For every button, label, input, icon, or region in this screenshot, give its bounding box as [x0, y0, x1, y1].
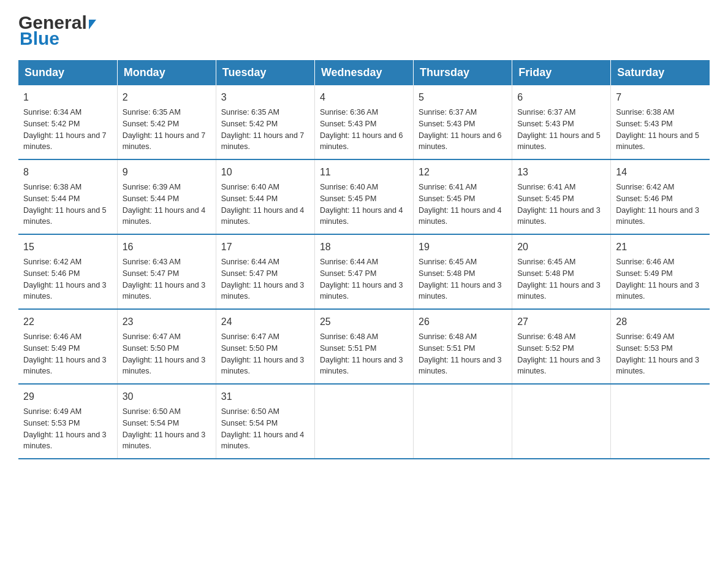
- week-row-3: 15Sunrise: 6:42 AMSunset: 5:46 PMDayligh…: [18, 234, 710, 309]
- sunrise-label: Sunrise: 6:37 AMSunset: 5:43 PMDaylight:…: [517, 108, 601, 151]
- day-number: 4: [320, 90, 408, 105]
- day-number: 9: [123, 165, 211, 180]
- header-tuesday: Tuesday: [216, 60, 314, 85]
- day-number: 13: [517, 165, 605, 180]
- calendar-cell-w1-d7: 7Sunrise: 6:38 AMSunset: 5:43 PMDaylight…: [611, 85, 710, 159]
- day-number: 21: [616, 240, 705, 255]
- calendar-cell-w1-d1: 1Sunrise: 6:34 AMSunset: 5:42 PMDaylight…: [18, 85, 117, 159]
- calendar-cell-w4-d2: 23Sunrise: 6:47 AMSunset: 5:50 PMDayligh…: [117, 309, 216, 384]
- week-row-4: 22Sunrise: 6:46 AMSunset: 5:49 PMDayligh…: [18, 309, 710, 384]
- week-row-5: 29Sunrise: 6:49 AMSunset: 5:53 PMDayligh…: [18, 384, 710, 459]
- header-monday: Monday: [117, 60, 216, 85]
- sunrise-label: Sunrise: 6:35 AMSunset: 5:42 PMDaylight:…: [221, 108, 305, 151]
- calendar-cell-w5-d3: 31Sunrise: 6:50 AMSunset: 5:54 PMDayligh…: [216, 384, 314, 459]
- calendar-header-row: SundayMondayTuesdayWednesdayThursdayFrid…: [18, 60, 710, 85]
- sunrise-label: Sunrise: 6:49 AMSunset: 5:53 PMDaylight:…: [23, 407, 107, 450]
- calendar-cell-w5-d5: [414, 384, 512, 459]
- day-number: 24: [221, 315, 309, 329]
- calendar-table: SundayMondayTuesdayWednesdayThursdayFrid…: [18, 60, 710, 459]
- day-number: 11: [320, 165, 408, 180]
- day-number: 12: [419, 165, 507, 180]
- sunrise-label: Sunrise: 6:36 AMSunset: 5:43 PMDaylight:…: [320, 108, 403, 151]
- week-row-1: 1Sunrise: 6:34 AMSunset: 5:42 PMDaylight…: [18, 85, 710, 159]
- sunrise-label: Sunrise: 6:47 AMSunset: 5:50 PMDaylight:…: [221, 332, 305, 375]
- day-number: 27: [517, 315, 605, 329]
- calendar-cell-w5-d6: [512, 384, 611, 459]
- calendar-cell-w3-d1: 15Sunrise: 6:42 AMSunset: 5:46 PMDayligh…: [18, 234, 117, 309]
- calendar-cell-w2-d2: 9Sunrise: 6:39 AMSunset: 5:44 PMDaylight…: [117, 159, 216, 234]
- sunrise-label: Sunrise: 6:42 AMSunset: 5:46 PMDaylight:…: [616, 183, 699, 226]
- sunrise-label: Sunrise: 6:45 AMSunset: 5:48 PMDaylight:…: [517, 258, 601, 301]
- day-number: 3: [221, 90, 309, 105]
- day-number: 18: [320, 240, 408, 255]
- calendar-cell-w4-d1: 22Sunrise: 6:46 AMSunset: 5:49 PMDayligh…: [18, 309, 117, 384]
- sunrise-label: Sunrise: 6:48 AMSunset: 5:52 PMDaylight:…: [517, 332, 601, 375]
- day-number: 22: [23, 315, 112, 329]
- logo-blue-text: Blue: [20, 28, 59, 49]
- header-saturday: Saturday: [611, 60, 710, 85]
- sunrise-label: Sunrise: 6:48 AMSunset: 5:51 PMDaylight:…: [419, 332, 502, 375]
- day-number: 15: [23, 240, 112, 255]
- day-number: 2: [123, 90, 211, 105]
- calendar-cell-w1-d4: 4Sunrise: 6:36 AMSunset: 5:43 PMDaylight…: [314, 85, 413, 159]
- calendar-cell-w2-d6: 13Sunrise: 6:41 AMSunset: 5:45 PMDayligh…: [512, 159, 611, 234]
- day-number: 26: [419, 315, 507, 329]
- sunrise-label: Sunrise: 6:35 AMSunset: 5:42 PMDaylight:…: [123, 108, 206, 151]
- day-number: 28: [616, 315, 705, 329]
- calendar-cell-w5-d2: 30Sunrise: 6:50 AMSunset: 5:54 PMDayligh…: [117, 384, 216, 459]
- sunrise-label: Sunrise: 6:45 AMSunset: 5:48 PMDaylight:…: [419, 258, 502, 301]
- sunrise-label: Sunrise: 6:37 AMSunset: 5:43 PMDaylight:…: [419, 108, 502, 151]
- sunrise-label: Sunrise: 6:38 AMSunset: 5:43 PMDaylight:…: [616, 108, 699, 151]
- sunrise-label: Sunrise: 6:48 AMSunset: 5:51 PMDaylight:…: [320, 332, 403, 375]
- header-wednesday: Wednesday: [314, 60, 413, 85]
- sunrise-label: Sunrise: 6:34 AMSunset: 5:42 PMDaylight:…: [23, 108, 107, 151]
- day-number: 30: [123, 389, 211, 404]
- sunrise-label: Sunrise: 6:50 AMSunset: 5:54 PMDaylight:…: [123, 407, 206, 450]
- sunrise-label: Sunrise: 6:38 AMSunset: 5:44 PMDaylight:…: [23, 183, 107, 226]
- calendar-cell-w3-d5: 19Sunrise: 6:45 AMSunset: 5:48 PMDayligh…: [414, 234, 512, 309]
- calendar-cell-w2-d4: 11Sunrise: 6:40 AMSunset: 5:45 PMDayligh…: [314, 159, 413, 234]
- sunrise-label: Sunrise: 6:47 AMSunset: 5:50 PMDaylight:…: [123, 332, 206, 375]
- calendar-cell-w2-d7: 14Sunrise: 6:42 AMSunset: 5:46 PMDayligh…: [611, 159, 710, 234]
- day-number: 31: [221, 389, 309, 404]
- day-number: 6: [517, 90, 605, 105]
- calendar-cell-w4-d3: 24Sunrise: 6:47 AMSunset: 5:50 PMDayligh…: [216, 309, 314, 384]
- sunrise-label: Sunrise: 6:49 AMSunset: 5:53 PMDaylight:…: [616, 332, 699, 375]
- sunrise-label: Sunrise: 6:44 AMSunset: 5:47 PMDaylight:…: [320, 258, 403, 301]
- logo: General Blue: [18, 12, 96, 49]
- day-number: 10: [221, 165, 309, 180]
- week-row-2: 8Sunrise: 6:38 AMSunset: 5:44 PMDaylight…: [18, 159, 710, 234]
- calendar-cell-w1-d5: 5Sunrise: 6:37 AMSunset: 5:43 PMDaylight…: [414, 85, 512, 159]
- sunrise-label: Sunrise: 6:44 AMSunset: 5:47 PMDaylight:…: [221, 258, 305, 301]
- calendar-cell-w3-d2: 16Sunrise: 6:43 AMSunset: 5:47 PMDayligh…: [117, 234, 216, 309]
- calendar-cell-w3-d4: 18Sunrise: 6:44 AMSunset: 5:47 PMDayligh…: [314, 234, 413, 309]
- page-header: General Blue: [18, 12, 710, 49]
- calendar-cell-w3-d3: 17Sunrise: 6:44 AMSunset: 5:47 PMDayligh…: [216, 234, 314, 309]
- day-number: 1: [23, 90, 112, 105]
- calendar-cell-w5-d1: 29Sunrise: 6:49 AMSunset: 5:53 PMDayligh…: [18, 384, 117, 459]
- day-number: 16: [123, 240, 211, 255]
- day-number: 29: [23, 389, 112, 404]
- header-thursday: Thursday: [414, 60, 512, 85]
- sunrise-label: Sunrise: 6:43 AMSunset: 5:47 PMDaylight:…: [123, 258, 206, 301]
- day-number: 23: [123, 315, 211, 329]
- calendar-cell-w1-d6: 6Sunrise: 6:37 AMSunset: 5:43 PMDaylight…: [512, 85, 611, 159]
- day-number: 19: [419, 240, 507, 255]
- logo-arrow-icon: [89, 20, 96, 29]
- calendar-cell-w4-d5: 26Sunrise: 6:48 AMSunset: 5:51 PMDayligh…: [414, 309, 512, 384]
- calendar-cell-w2-d3: 10Sunrise: 6:40 AMSunset: 5:44 PMDayligh…: [216, 159, 314, 234]
- calendar-cell-w1-d3: 3Sunrise: 6:35 AMSunset: 5:42 PMDaylight…: [216, 85, 314, 159]
- header-friday: Friday: [512, 60, 611, 85]
- sunrise-label: Sunrise: 6:41 AMSunset: 5:45 PMDaylight:…: [517, 183, 601, 226]
- sunrise-label: Sunrise: 6:40 AMSunset: 5:44 PMDaylight:…: [221, 183, 305, 226]
- sunrise-label: Sunrise: 6:46 AMSunset: 5:49 PMDaylight:…: [23, 332, 107, 375]
- header-sunday: Sunday: [18, 60, 117, 85]
- sunrise-label: Sunrise: 6:41 AMSunset: 5:45 PMDaylight:…: [419, 183, 502, 226]
- calendar-cell-w4-d4: 25Sunrise: 6:48 AMSunset: 5:51 PMDayligh…: [314, 309, 413, 384]
- calendar-cell-w1-d2: 2Sunrise: 6:35 AMSunset: 5:42 PMDaylight…: [117, 85, 216, 159]
- calendar-cell-w4-d7: 28Sunrise: 6:49 AMSunset: 5:53 PMDayligh…: [611, 309, 710, 384]
- sunrise-label: Sunrise: 6:50 AMSunset: 5:54 PMDaylight:…: [221, 407, 305, 450]
- calendar-cell-w5-d4: [314, 384, 413, 459]
- calendar-cell-w3-d7: 21Sunrise: 6:46 AMSunset: 5:49 PMDayligh…: [611, 234, 710, 309]
- calendar-cell-w4-d6: 27Sunrise: 6:48 AMSunset: 5:52 PMDayligh…: [512, 309, 611, 384]
